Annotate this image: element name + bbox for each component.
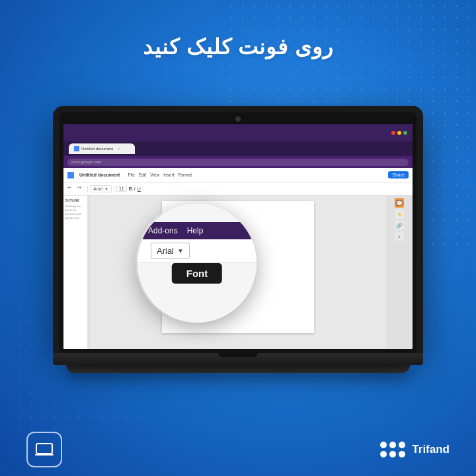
url-text: docs.google.com — [71, 160, 101, 164]
zoom-menu-help: Help — [187, 226, 204, 235]
menu-edit[interactable]: Edit — [139, 173, 146, 177]
outline-text: Headings you add to the document will ap… — [65, 204, 86, 220]
zoom-font-arrow-icon: ▼ — [177, 247, 184, 255]
laptop-svg-icon — [35, 442, 54, 457]
tab-bar: Untitled document × — [63, 141, 413, 156]
magnifier-circle: Add-ons Help Arial ▼ Font — [138, 204, 257, 323]
zoom-menu-bar: Add-ons Help — [138, 222, 257, 239]
sidebar-expand-icon[interactable]: › — [395, 232, 404, 241]
docs-toolbar-2: ↩ ↪ Arial ▼ 11 B I U — [63, 182, 413, 196]
zoom-font-name: Arial — [157, 246, 174, 256]
minimize-button[interactable] — [397, 131, 401, 135]
font-arrow-icon: ▼ — [104, 187, 108, 191]
browser-tab[interactable]: Untitled document × — [69, 143, 135, 154]
trifand-dot-1 — [380, 442, 387, 448]
window-buttons — [391, 131, 407, 135]
zoom-font-selector[interactable]: Arial ▼ — [151, 243, 190, 259]
docs-favicon — [74, 146, 79, 151]
maximize-button[interactable] — [403, 131, 407, 135]
share-button[interactable]: Share — [388, 171, 409, 178]
laptop-body: Untitled document × docs.google.com — [53, 106, 423, 353]
font-name: Arial — [93, 186, 102, 191]
zoom-font-row: Arial ▼ — [138, 239, 257, 263]
close-button[interactable] — [391, 131, 395, 135]
tab-close-icon[interactable]: × — [118, 147, 122, 151]
zoom-menu-addons: Add-ons — [148, 226, 178, 235]
docs-menu: File Edit View Insert Format — [128, 173, 192, 177]
trifand-dot-3 — [399, 442, 405, 448]
left-margin: OUTLINE Headings you add to the document… — [63, 196, 90, 349]
laptop-container: Untitled document × docs.google.com — [53, 106, 423, 373]
divider-2 — [114, 186, 114, 192]
svg-rect-1 — [35, 454, 54, 456]
trifand-dot-5 — [389, 451, 396, 457]
laptop-notch — [218, 353, 258, 357]
laptop-base — [53, 353, 423, 365]
docs-title[interactable]: Untitled document — [79, 173, 120, 177]
trifand-label: Trifand — [412, 443, 450, 456]
redo-icon[interactable]: ↪ — [77, 185, 85, 193]
trifand-dot-2 — [389, 442, 396, 448]
font-selector[interactable]: Arial ▼ — [90, 185, 112, 192]
docs-icon-blue — [67, 172, 74, 178]
svg-rect-0 — [36, 444, 52, 454]
browser-chrome — [63, 124, 413, 141]
divider-1 — [87, 186, 88, 192]
page-title: روی فونت کلیک کنید — [0, 34, 476, 60]
bottom-bar: Trifand — [0, 423, 476, 476]
menu-insert[interactable]: Insert — [163, 173, 174, 177]
docs-toolbar-top: Untitled document File Edit View Insert … — [63, 168, 413, 182]
font-tooltip[interactable]: Font — [172, 263, 222, 284]
underline-icon[interactable]: U — [138, 186, 141, 191]
undo-icon[interactable]: ↩ — [67, 185, 75, 193]
background: روی فونت کلیک کنید — [0, 0, 476, 476]
laptop-icon-badge — [26, 432, 62, 467]
italic-icon[interactable]: I — [134, 186, 136, 191]
menu-view[interactable]: View — [150, 173, 159, 177]
sidebar-comments-icon[interactable]: 💬 — [395, 198, 404, 208]
font-size[interactable]: 11 — [116, 186, 127, 192]
outline-label: OUTLINE — [65, 198, 86, 202]
sidebar-star-icon[interactable]: ★ — [395, 210, 404, 219]
svg-rect-2 — [42, 454, 47, 454]
sidebar-link-icon[interactable]: 🔗 — [395, 221, 404, 230]
url-bar[interactable]: docs.google.com — [67, 159, 409, 166]
tab-title: Untitled document — [81, 147, 113, 151]
bold-icon[interactable]: B — [129, 186, 132, 191]
menu-format[interactable]: Format — [178, 173, 192, 177]
menu-file[interactable]: File — [128, 173, 134, 177]
right-sidebar: 💬 ★ 🔗 › — [386, 196, 413, 349]
trifand-dot-6 — [399, 451, 405, 457]
laptop-foot — [66, 365, 410, 373]
url-bar-area: docs.google.com — [63, 156, 413, 168]
magnifier-content: Add-ons Help Arial ▼ Font — [138, 204, 257, 323]
trifand-dot-4 — [380, 451, 387, 457]
trifand-dots — [380, 442, 405, 457]
trifand-logo: Trifand — [380, 442, 450, 457]
